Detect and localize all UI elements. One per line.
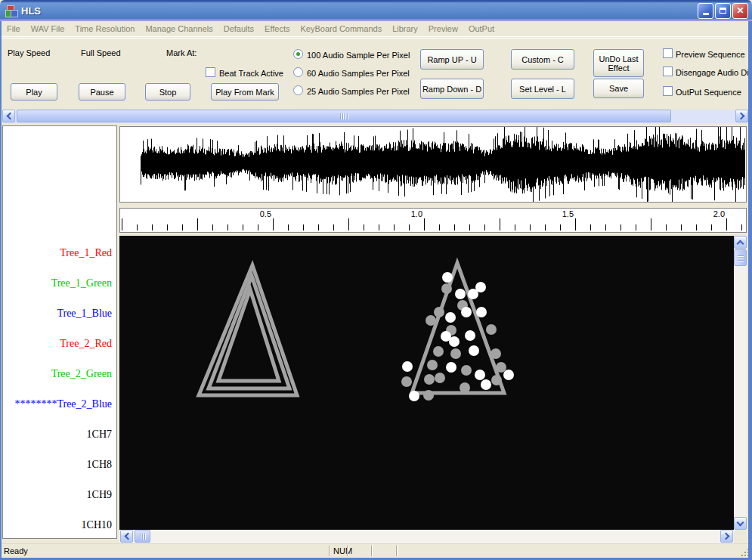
radio-100-samples-per-pixel[interactable]	[293, 49, 303, 59]
menu-item-manage-channels[interactable]: Manage Channels	[140, 22, 218, 36]
tree-light-dot	[496, 362, 506, 373]
play-from-mark-button[interactable]: Play From Mark	[211, 83, 279, 101]
tree-light-dot	[409, 391, 419, 401]
ruler-tick	[711, 224, 712, 230]
resize-grip[interactable]	[741, 549, 743, 550]
top-scroll-left-button[interactable]	[2, 110, 15, 122]
window-border-left	[0, 21, 2, 560]
channel-label[interactable]: 1CH10	[82, 519, 112, 531]
sequence-svg	[119, 236, 734, 530]
radio-60-samples-per-pixel[interactable]	[293, 67, 303, 77]
radio-25-samples-per-pixel[interactable]	[293, 85, 303, 95]
ruler-tick	[182, 224, 183, 230]
ruler-tick	[227, 224, 228, 230]
ruler-tick	[303, 224, 304, 230]
tree-light-dot	[486, 324, 497, 335]
ramp-up-button[interactable]: Ramp UP - U	[420, 49, 484, 70]
menu-item-library[interactable]: Library	[387, 22, 423, 36]
ruler-tick	[605, 224, 606, 230]
channel-label[interactable]: Tree_2_Red	[60, 338, 112, 350]
canvas-scroll-down-button[interactable]	[734, 517, 747, 530]
save-button[interactable]: Save	[593, 79, 644, 98]
disengage-audio-label: Disengage Audio Dis	[676, 68, 748, 77]
menu-item-file[interactable]: File	[2, 22, 26, 36]
preview-sequence-checkbox[interactable]	[663, 48, 673, 58]
menu-item-effects[interactable]: Effects	[259, 22, 295, 36]
minimize-button[interactable]	[698, 3, 713, 19]
menu-bar: FileWAV FileTime ResolutionManage Channe…	[0, 21, 748, 37]
menu-item-wav-file[interactable]: WAV File	[26, 22, 70, 36]
menu-item-preview[interactable]: Preview	[423, 22, 463, 36]
app-icon	[5, 5, 17, 17]
ruler-tick	[409, 224, 410, 230]
arrow-left-icon	[6, 113, 14, 120]
output-sequence-label: OutPut Sequence	[676, 88, 741, 97]
ruler-tick	[469, 224, 470, 230]
tree-light-dot	[461, 307, 472, 317]
tree-light-dot	[475, 370, 485, 380]
play-speed-label: Play Speed	[8, 48, 50, 57]
channel-label[interactable]: 1CH8	[87, 459, 112, 471]
ruler-tick	[681, 224, 682, 230]
waveform-panel[interactable]	[119, 126, 747, 203]
beat-track-checkbox[interactable]	[206, 67, 215, 77]
canvas-scroll-up-button[interactable]	[734, 236, 747, 249]
channel-label[interactable]: Tree_1_Green	[51, 277, 112, 289]
ruler-tick	[696, 224, 697, 230]
play-button[interactable]: Play	[11, 83, 57, 101]
top-scrollbar-thumb[interactable]	[17, 110, 671, 122]
ruler-tick	[348, 218, 349, 230]
waveform-canvas[interactable]	[120, 127, 746, 202]
ruler-tick	[167, 224, 168, 230]
sequence-canvas[interactable]	[119, 236, 734, 530]
pause-button[interactable]: Pause	[79, 83, 125, 101]
ruler-tick	[137, 224, 138, 230]
canvas-hscroll-thumb[interactable]	[135, 530, 150, 543]
menu-item-output[interactable]: OutPut	[463, 22, 500, 36]
close-button[interactable]: ✕	[732, 3, 748, 19]
ruler-time-label: 2.0	[713, 209, 725, 218]
undo-last-effect-button[interactable]: UnDo Last Effect	[593, 49, 644, 77]
canvas-horizontal-scrollbar[interactable]	[119, 530, 734, 543]
ruler-tick	[651, 218, 651, 230]
channel-label[interactable]: Tree_1_Red	[60, 247, 112, 259]
ruler-tick	[212, 224, 213, 230]
menu-item-time-resolution[interactable]: Time Resolution	[70, 22, 140, 36]
channel-label[interactable]: Tree_1_Blue	[57, 308, 112, 320]
tree-light-dot	[491, 348, 501, 359]
stop-button[interactable]: Stop	[145, 83, 190, 101]
custom-button[interactable]: Custom - C	[511, 49, 574, 70]
tree-light-dot	[475, 282, 486, 292]
channel-label[interactable]: ********Tree_2_Blue	[14, 398, 112, 410]
status-bar: Ready NUM	[0, 543, 752, 558]
disengage-audio-checkbox[interactable]	[663, 67, 673, 76]
radio-60-samples-label: 60 Audio Samples Per Pixel	[307, 69, 410, 78]
canvas-vertical-scrollbar[interactable]	[734, 236, 747, 530]
ruler-tick	[515, 224, 515, 230]
channel-label[interactable]: 1CH9	[87, 489, 112, 501]
full-speed-label: Full Speed	[81, 48, 121, 57]
canvas-vscroll-thumb[interactable]	[734, 249, 747, 266]
maximize-button[interactable]	[715, 3, 731, 19]
ruler-tick	[243, 224, 243, 230]
canvas-scroll-right-button[interactable]	[720, 530, 733, 543]
ruler-tick	[590, 224, 591, 230]
menu-item-keyboard-commands[interactable]: KeyBoard Commands	[296, 22, 388, 36]
top-scrollbar[interactable]	[2, 110, 748, 123]
arrow-up-icon	[737, 240, 744, 247]
output-sequence-checkbox[interactable]	[663, 86, 673, 96]
ruler-tick	[666, 224, 667, 230]
close-icon: ✕	[736, 6, 744, 15]
ramp-down-button[interactable]: Ramp Down - D	[420, 79, 484, 99]
ruler-tick	[197, 218, 198, 230]
top-scroll-right-button[interactable]	[735, 110, 748, 122]
ruler-tick	[424, 218, 425, 230]
channel-label[interactable]: 1CH7	[87, 429, 112, 441]
ruler-tick	[500, 218, 500, 230]
menu-item-defaults[interactable]: Defaults	[218, 22, 259, 36]
canvas-scroll-left-button[interactable]	[120, 530, 133, 543]
tree-light-dot	[503, 370, 514, 380]
tree-light-dot	[476, 307, 487, 317]
set-level-button[interactable]: Set Level - L	[511, 79, 574, 99]
channel-label[interactable]: Tree_2_Green	[51, 368, 112, 380]
